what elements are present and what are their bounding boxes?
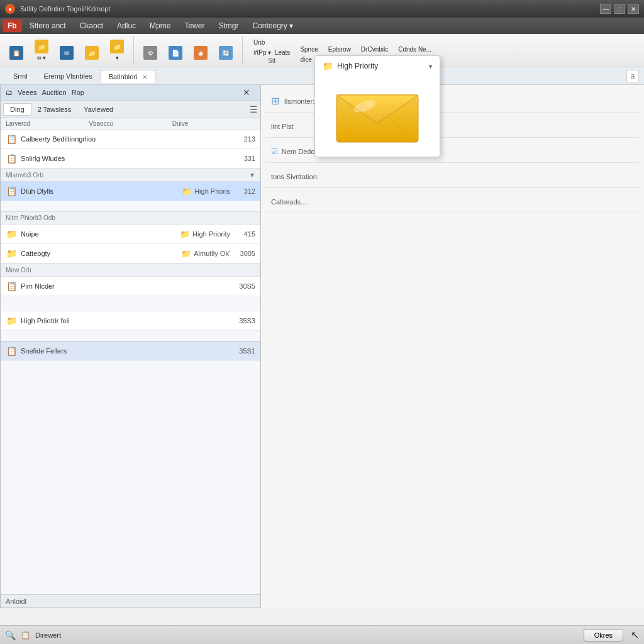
item-sub: 📁 Almutlly Ok' <box>181 249 230 258</box>
col-vbaoccu[interactable]: Vbaoccu <box>89 120 172 127</box>
menu-item-sttero[interactable]: Sttero anct <box>23 19 72 32</box>
mail-icon: ✉ <box>60 46 74 60</box>
spnce-button[interactable]: Spnce <box>297 45 321 54</box>
ribbon-btn-sync[interactable]: 🔄 <box>214 43 237 64</box>
list-item[interactable]: 📋 Calbeerty Bediltinngrlioo 213 <box>1 130 260 149</box>
item-name: Nuipe <box>21 230 180 238</box>
list-item[interactable]: 📋 Dlüh Dlylls 📁 High Prioris 312 <box>1 182 260 201</box>
list-item[interactable]: 📋 Pim Nlcder 30S5 <box>1 277 260 296</box>
panel-title-aucition: Aucition <box>42 89 67 96</box>
spacer <box>1 331 260 341</box>
check-icon: ☑ <box>271 147 278 156</box>
section-label-1: lIsmonter: <box>284 97 314 105</box>
panel-title-rop: Rop <box>72 89 84 96</box>
item-icon: 📋 <box>6 280 17 292</box>
panel-tab-ding[interactable]: Ding <box>3 103 31 116</box>
section-header-text: Mew Orb <box>6 267 31 274</box>
spacer <box>1 296 260 311</box>
status-file-icon: 📋 <box>21 631 30 640</box>
status-bar: 🔍 📋 Direwert Okres ↖ <box>0 625 644 644</box>
list-item-bottom[interactable]: 📋 Snefide Fellers 35S1 <box>1 341 260 361</box>
item-icon: 📋 <box>6 133 17 145</box>
panel-icon: 🗂 <box>6 89 13 96</box>
section-dropdown-icon[interactable]: ▼ <box>249 172 255 179</box>
section-header-text: Mlamvb3 Orb <box>6 172 43 179</box>
folder1-icon: 📁 <box>35 40 48 53</box>
tab-eremp[interactable]: Eremp Vlsnbles <box>36 69 101 82</box>
tab-close-icon[interactable]: ✕ <box>142 74 147 80</box>
ribbon-btn-folder1[interactable]: 📁 w ▾ <box>30 36 53 64</box>
menu-item-mpme[interactable]: Mpme <box>143 19 177 32</box>
cdnds-button[interactable]: Cdnds Ne... <box>395 45 437 54</box>
ok-button[interactable]: Okres <box>584 629 623 641</box>
panel-tab-tawsless[interactable]: 2 Tawsless <box>31 104 78 115</box>
panel-menu-icon[interactable]: ☰ <box>250 104 258 114</box>
cursor-icon: ↖ <box>631 629 639 641</box>
panel-close-button[interactable]: ✕ <box>243 87 250 97</box>
tooltip-folder-icon: 📁 <box>323 61 333 71</box>
ribbon-btn-mail[interactable]: ✉ <box>55 43 78 64</box>
ribbon-btn-folder2[interactable]: 📁 <box>80 43 103 64</box>
ribbon-btn-folder3[interactable]: 📁 ▾ <box>106 36 128 64</box>
menu-item-ckaoct[interactable]: Ckaoct <box>74 19 109 32</box>
tab-batinblori[interactable]: Batinblori ✕ <box>101 70 155 83</box>
item-count: 3005 <box>230 250 255 257</box>
panel-bottom: Anloidl <box>1 594 260 608</box>
col-duive[interactable]: Duive <box>172 120 255 127</box>
folder-list: 📋 Calbeerty Bediltinngrlioo 213 📋 Snlirl… <box>1 130 260 594</box>
item-count: 331 <box>230 155 255 162</box>
menu-item-tewer[interactable]: Tewer <box>178 19 211 32</box>
folder2-icon: 📁 <box>85 46 99 60</box>
pp-button[interactable]: #tPp ▾ Leats <box>250 48 293 57</box>
sub-folder-icon: 📁 <box>182 187 192 196</box>
close-button[interactable]: ✕ <box>628 4 639 14</box>
menu-fb[interactable]: Fb <box>3 19 22 32</box>
tooltip-popup: 📁 High Priority ▾ <box>314 55 440 157</box>
tooltip-dropdown-icon[interactable]: ▾ <box>429 63 432 70</box>
section-label-4: tons Sivrttation: <box>271 173 319 180</box>
main-area: 🗂 Veees Aucition Rop ✕ Ding 2 Tawsless Y… <box>0 85 644 608</box>
ribbon-btn-settings[interactable]: ⚙ <box>139 43 162 64</box>
list-item[interactable]: 📁 Catteogty 📁 Almutlly Ok' 3005 <box>1 244 260 264</box>
status-search-icon[interactable]: 🔍 <box>5 630 16 640</box>
envelope-svg <box>333 82 421 145</box>
ribbon-btn-clipboard[interactable]: 📋 <box>5 43 28 64</box>
nav-bar-right: a <box>626 70 639 82</box>
item-name: Dlüh Dlylls <box>21 187 182 195</box>
item-count: 213 <box>230 135 255 143</box>
list-item[interactable]: 📋 Snlirlg Wludes 331 <box>1 149 260 169</box>
right-section-4: tons Sivrttation: <box>266 165 639 188</box>
menu-item-stmgr[interactable]: Stmgr <box>212 19 245 32</box>
list-item[interactable]: 📁 High Priiotrir feii 35S3 <box>1 311 260 331</box>
ribbon-btn-refresh[interactable]: ◉ <box>189 43 212 64</box>
menu-item-conteegry[interactable]: Conteegry ▾ <box>246 19 299 32</box>
sub-folder-name: High Priority <box>192 230 230 238</box>
grid-icon: ⊞ <box>271 95 279 107</box>
item-icon: 📋 <box>6 186 17 197</box>
item-name: Snefide Fellers <box>21 347 230 355</box>
tab-srml[interactable]: Srml <box>5 69 36 82</box>
drcvnbilc-button[interactable]: DrCvnbilc <box>358 45 391 54</box>
col-larvercd[interactable]: Larvercd <box>6 120 89 127</box>
ribbon-btn-doc[interactable]: 📄 <box>164 43 187 64</box>
unb-button[interactable]: Unb <box>250 38 293 47</box>
settings-icon: ⚙ <box>143 46 157 60</box>
tooltip-large-icon <box>323 76 432 152</box>
list-item[interactable]: 📁 Nuipe 📁 High Priority 415 <box>1 225 260 244</box>
maximize-button[interactable]: □ <box>614 4 625 14</box>
section-header: Mew Orb <box>1 264 260 277</box>
menu-item-adluc[interactable]: Adluc <box>111 19 142 32</box>
nav-search-box[interactable]: a <box>626 70 639 82</box>
section-header: Nltm Phiorit3 Odb <box>1 211 260 225</box>
minimize-button[interactable]: — <box>600 4 611 14</box>
ribbon-combo-unb: Unb #tPp ▾ Leats <box>250 38 293 57</box>
item-sub: 📁 High Prioris <box>182 187 230 196</box>
eptsrow-button[interactable]: Eptsrow <box>325 45 354 54</box>
item-name: Catteogty <box>21 250 181 257</box>
app-icon: ● <box>5 4 15 14</box>
doc-icon: 📄 <box>169 46 182 60</box>
sub-folder-name: Almutlly Ok' <box>194 250 230 257</box>
sub-folder-icon: 📁 <box>180 230 190 239</box>
section-label-5: Calterads.... <box>271 198 308 206</box>
panel-tab-yavlewed[interactable]: Yavlewed <box>77 104 119 115</box>
